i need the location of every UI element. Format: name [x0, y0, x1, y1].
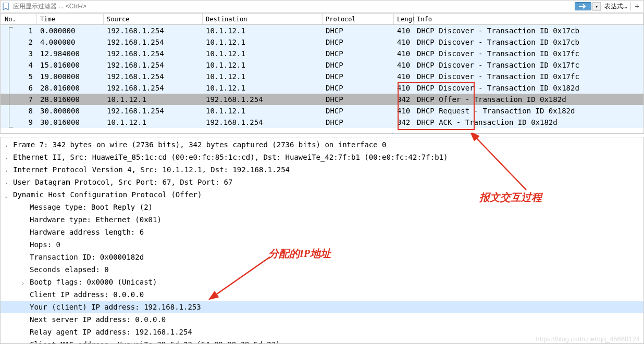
- cell-length: 410: [394, 37, 414, 47]
- cell-time: 12.984000: [37, 49, 104, 58]
- packet-row[interactable]: 519.000000192.168.1.25410.1.12.1DHCP410D…: [1, 71, 643, 82]
- cell-destination: 192.168.1.254: [203, 95, 323, 104]
- detail-line[interactable]: Hops: 0: [1, 238, 643, 251]
- detail-line[interactable]: ›Internet Protocol Version 4, Src: 10.1.…: [1, 163, 643, 176]
- cell-length: 410: [394, 106, 414, 116]
- detail-line[interactable]: Seconds elapsed: 0: [1, 263, 643, 276]
- filter-dropdown[interactable]: ▾: [592, 2, 601, 11]
- detail-text: Ethernet II, Src: HuaweiTe_85:1c:cd (00:…: [13, 153, 448, 161]
- packet-list-header: No. Time Source Destination Protocol Len…: [1, 14, 643, 25]
- cell-protocol: DHCP: [323, 106, 394, 116]
- detail-line[interactable]: Transaction ID: 0x0000182d: [1, 251, 643, 263]
- cell-length: 342: [394, 118, 414, 127]
- cell-time: 4.000000: [37, 37, 104, 47]
- collapse-icon[interactable]: ⌄: [5, 190, 8, 202]
- detail-line[interactable]: Client IP address: 0.0.0.0: [1, 288, 643, 301]
- cell-info: DHCP Offer - Transaction ID 0x182d: [414, 95, 643, 104]
- detail-text: Client MAC address: HuaweiTe_39:5d:23 (5…: [30, 340, 280, 344]
- cell-source: 192.168.1.254: [104, 37, 203, 47]
- detail-text: Message type: Boot Reply (2): [30, 203, 153, 211]
- col-header-no[interactable]: No.: [1, 14, 37, 24]
- cell-destination: 10.1.12.1: [203, 106, 323, 116]
- cell-no: 4: [1, 60, 37, 70]
- detail-text: Seconds elapsed: 0: [30, 265, 109, 274]
- detail-line[interactable]: Hardware address length: 6: [1, 226, 643, 238]
- cell-destination: 10.1.12.1: [203, 83, 323, 93]
- packet-row[interactable]: 930.01600010.1.12.1192.168.1.254DHCP342D…: [1, 117, 643, 128]
- packet-row[interactable]: 10.000000192.168.1.25410.1.12.1DHCP410DH…: [1, 25, 643, 36]
- detail-line[interactable]: Hardware type: Ethernet (0x01): [1, 213, 643, 226]
- detail-text: Hops: 0: [30, 240, 60, 249]
- cell-time: 0.000000: [37, 26, 104, 35]
- cell-protocol: DHCP: [323, 26, 394, 35]
- detail-line[interactable]: Next server IP address: 0.0.0.0: [1, 313, 643, 326]
- display-filter-input[interactable]: [11, 2, 574, 11]
- packet-row[interactable]: 830.000000192.168.1.25410.1.12.1DHCP410D…: [1, 105, 643, 117]
- expand-icon[interactable]: ›: [5, 165, 8, 177]
- add-button[interactable]: +: [630, 2, 643, 10]
- packet-row[interactable]: 312.984000192.168.1.25410.1.12.1DHCP410D…: [1, 48, 643, 59]
- detail-line[interactable]: ›Ethernet II, Src: HuaweiTe_85:1c:cd (00…: [1, 151, 643, 163]
- cell-info: DHCP Discover - Transaction ID 0x17cb: [414, 37, 643, 47]
- detail-text: Bootp flags: 0x0000 (Unicast): [30, 278, 157, 286]
- cell-info: DHCP ACK - Transaction ID 0x182d: [414, 118, 643, 127]
- cell-destination: 10.1.12.1: [203, 72, 323, 81]
- detail-line[interactable]: ›Frame 7: 342 bytes on wire (2736 bits),…: [1, 138, 643, 151]
- cell-protocol: DHCP: [323, 118, 394, 127]
- packet-row[interactable]: 24.000000192.168.1.25410.1.12.1DHCP410DH…: [1, 36, 643, 48]
- cell-protocol: DHCP: [323, 95, 394, 104]
- cell-no: 2: [1, 37, 37, 47]
- detail-text: Internet Protocol Version 4, Src: 10.1.1…: [13, 165, 290, 174]
- detail-line[interactable]: ›Bootp flags: 0x0000 (Unicast): [1, 276, 643, 288]
- detail-text: Transaction ID: 0x0000182d: [30, 253, 144, 261]
- cell-source: 192.168.1.254: [104, 83, 203, 93]
- cell-time: 30.016000: [37, 118, 104, 127]
- cell-source: 192.168.1.254: [104, 49, 203, 58]
- cell-length: 410: [394, 83, 414, 93]
- cell-info: DHCP Discover - Transaction ID 0x17fc: [414, 60, 643, 70]
- packet-list-pane: No. Time Source Destination Protocol Len…: [0, 13, 644, 134]
- expand-icon[interactable]: ›: [5, 140, 8, 152]
- cell-no: 9: [1, 118, 37, 127]
- cell-info: DHCP Request - Transaction ID 0x182d: [414, 106, 643, 116]
- col-header-destination[interactable]: Destination: [203, 14, 323, 24]
- cell-no: 1: [1, 26, 37, 35]
- apply-filter-button[interactable]: [575, 2, 591, 10]
- cell-info: DHCP Discover - Transaction ID 0x182d: [414, 83, 643, 93]
- cell-time: 30.000000: [37, 106, 104, 116]
- detail-line[interactable]: Your (client) IP address: 192.168.1.253: [1, 301, 643, 313]
- expression-button[interactable]: 表达式…: [601, 2, 630, 11]
- expand-icon[interactable]: ›: [21, 278, 24, 289]
- cell-no: 6: [1, 83, 37, 93]
- packet-row[interactable]: 415.016000192.168.1.25410.1.12.1DHCP410D…: [1, 59, 643, 71]
- detail-text: User Datagram Protocol, Src Port: 67, Ds…: [13, 178, 232, 186]
- expand-icon[interactable]: ›: [5, 178, 8, 189]
- cell-source: 192.168.1.254: [104, 26, 203, 35]
- cell-source: 192.168.1.254: [104, 60, 203, 70]
- col-header-info[interactable]: Info: [414, 14, 643, 24]
- col-header-protocol[interactable]: Protocol: [323, 14, 394, 24]
- packet-details-pane: ›Frame 7: 342 bytes on wire (2736 bits),…: [0, 137, 644, 344]
- watermark: https://blog.csdn.net/qq_45668124: [536, 335, 640, 343]
- cell-destination: 10.1.12.1: [203, 49, 323, 58]
- cell-no: 5: [1, 72, 37, 81]
- cell-time: 19.000000: [37, 72, 104, 81]
- detail-text: Hardware address length: 6: [30, 228, 144, 236]
- col-header-time[interactable]: Time: [37, 14, 104, 24]
- cell-source: 192.168.1.254: [104, 72, 203, 81]
- packet-row[interactable]: 628.016000192.168.1.25410.1.12.1DHCP410D…: [1, 82, 643, 94]
- detail-line[interactable]: ⌄Dynamic Host Configuration Protocol (Of…: [1, 188, 643, 201]
- detail-line[interactable]: ›User Datagram Protocol, Src Port: 67, D…: [1, 176, 643, 188]
- bookmark-icon[interactable]: [2, 3, 9, 10]
- cell-no: 3: [1, 49, 37, 58]
- cell-length: 410: [394, 49, 414, 58]
- packet-rows: 10.000000192.168.1.25410.1.12.1DHCP410DH…: [1, 25, 643, 128]
- expand-icon[interactable]: ›: [5, 153, 8, 164]
- col-header-length[interactable]: Lengt: [394, 14, 414, 24]
- col-header-source[interactable]: Source: [104, 14, 203, 24]
- cell-protocol: DHCP: [323, 49, 394, 58]
- detail-line[interactable]: Message type: Boot Reply (2): [1, 201, 643, 213]
- cell-no: 7: [1, 95, 37, 104]
- packet-row[interactable]: 728.01600010.1.12.1192.168.1.254DHCP342D…: [1, 94, 643, 105]
- cell-protocol: DHCP: [323, 37, 394, 47]
